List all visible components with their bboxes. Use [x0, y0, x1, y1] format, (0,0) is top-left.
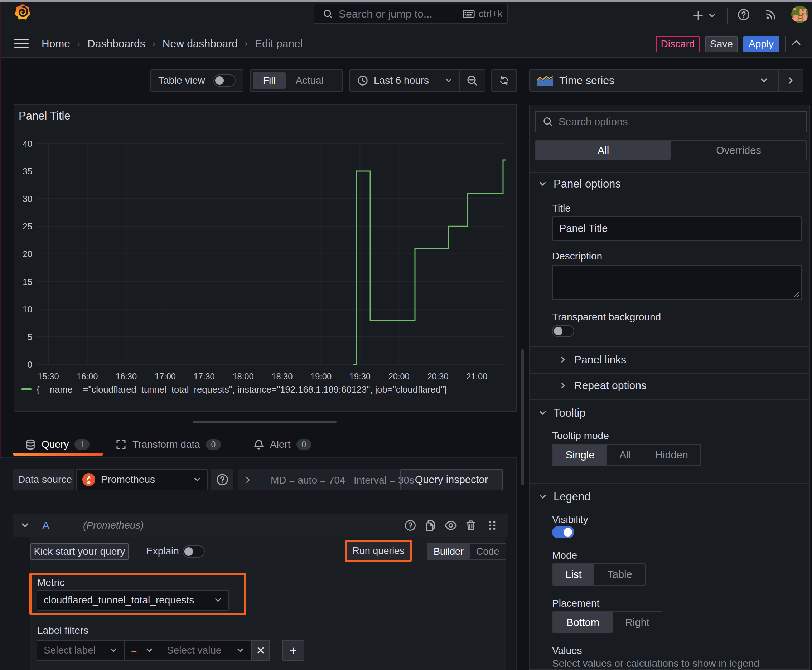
svg-text:20:00: 20:00: [388, 372, 410, 381]
svg-text:35: 35: [22, 166, 32, 176]
svg-text:15:30: 15:30: [37, 372, 59, 381]
svg-text:25: 25: [22, 222, 32, 231]
svg-text:17:30: 17:30: [194, 372, 215, 381]
svg-text:19:30: 19:30: [349, 372, 371, 381]
svg-text:10: 10: [22, 305, 32, 314]
svg-text:16:00: 16:00: [76, 372, 98, 381]
svg-text:18:30: 18:30: [271, 372, 293, 381]
svg-text:20:30: 20:30: [427, 372, 448, 381]
svg-text:16:30: 16:30: [116, 372, 137, 381]
svg-text:5: 5: [27, 332, 32, 342]
svg-text:0: 0: [27, 360, 32, 369]
svg-text:40: 40: [22, 139, 32, 149]
svg-text:20: 20: [22, 249, 32, 259]
svg-text:15: 15: [22, 277, 32, 287]
svg-text:21:00: 21:00: [466, 372, 487, 381]
svg-text:30: 30: [22, 194, 32, 204]
svg-text:17:00: 17:00: [155, 372, 176, 381]
svg-text:18:00: 18:00: [232, 372, 253, 381]
svg-text:19:00: 19:00: [310, 372, 332, 381]
